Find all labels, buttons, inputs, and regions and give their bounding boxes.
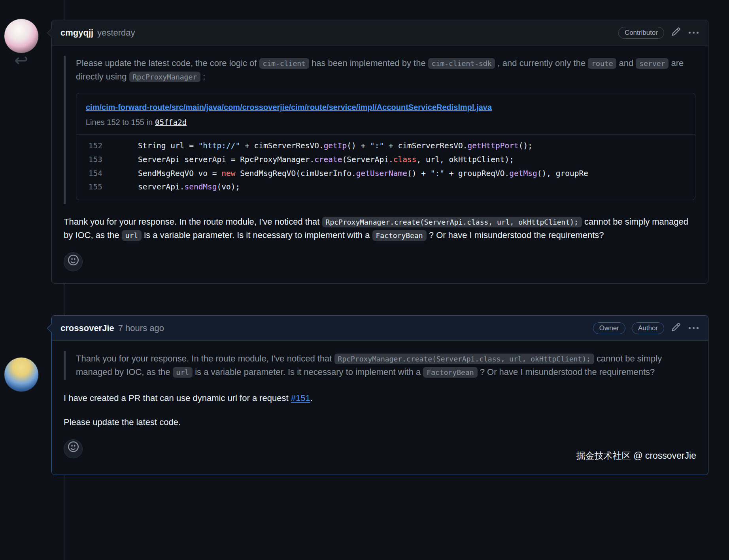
- comment-author-link[interactable]: crossoverJie: [60, 323, 114, 333]
- pencil-icon: [671, 322, 681, 334]
- kebab-icon: [689, 32, 699, 34]
- pr-link[interactable]: #151: [291, 393, 310, 403]
- code-snippet-card: cim/cim-forward-route/src/main/java/com/…: [76, 93, 695, 200]
- file-path-link[interactable]: cim/cim-forward-route/src/main/java/com/…: [86, 103, 492, 112]
- kebab-icon: [689, 327, 699, 329]
- comment-options-button[interactable]: [688, 326, 699, 330]
- comment-body: Please update the latest code, the core …: [52, 45, 708, 283]
- watermark-text: 掘金技术社区 @ crossoverJie: [64, 449, 696, 463]
- comment-author-link[interactable]: cmgyqjj: [60, 28, 93, 38]
- comment-timestamp[interactable]: yesterday: [97, 28, 135, 38]
- comment-paragraph: Please update the latest code.: [64, 416, 696, 429]
- owner-badge: Owner: [593, 322, 625, 334]
- comment-crossoverjie: crossoverJie 7 hours ago Owner Author Th…: [51, 315, 708, 475]
- contributor-badge: Contributor: [618, 27, 664, 39]
- comment-header: cmgyqjj yesterday Contributor: [52, 20, 708, 45]
- pencil-icon: [671, 27, 681, 39]
- author-badge: Author: [632, 322, 664, 334]
- smiley-icon: [68, 441, 79, 456]
- add-reaction-button[interactable]: [64, 252, 83, 271]
- commit-link[interactable]: 05ffa2d: [155, 118, 187, 127]
- comment-body: Thank you for your response. In the rout…: [52, 341, 708, 475]
- avatar-cmgyqjj[interactable]: [4, 19, 39, 53]
- comment-paragraph: I have created a PR that can use dynamic…: [64, 392, 696, 405]
- quoted-text: Thank you for your response. In the rout…: [64, 351, 696, 380]
- code-block: 152String url = "http://" + cimServerRes…: [76, 134, 695, 200]
- smiley-icon: [68, 255, 79, 269]
- edit-comment-button[interactable]: [670, 322, 682, 335]
- comment-options-button[interactable]: [688, 31, 699, 34]
- quote-paragraph: Please update the latest code, the core …: [76, 57, 695, 83]
- comment-header: crossoverJie 7 hours ago Owner Author: [52, 316, 708, 341]
- comment-paragraph: Thank you for your response. In the rout…: [64, 215, 696, 242]
- quote-paragraph: Thank you for your response. In the rout…: [76, 352, 695, 379]
- edit-comment-button[interactable]: [670, 26, 682, 40]
- lines-range-label: Lines 152 to 155 in05ffa2d: [86, 116, 686, 129]
- reply-arrow-icon: ↩: [14, 51, 28, 70]
- comment-timestamp[interactable]: 7 hours ago: [118, 323, 164, 333]
- avatar-crossoverjie[interactable]: [4, 357, 39, 392]
- quoted-text: Please update the latest code, the core …: [64, 56, 696, 204]
- comment-cmgyqjj: cmgyqjj yesterday Contributor Please upd…: [51, 20, 708, 284]
